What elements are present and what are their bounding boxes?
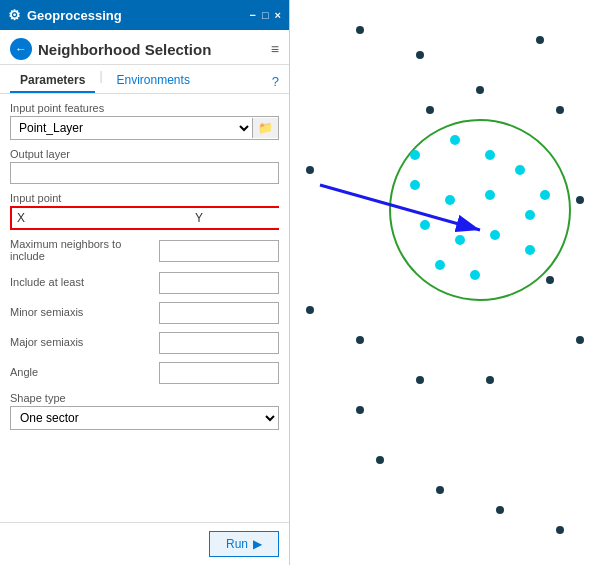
y-input[interactable]: -181959 [208, 208, 289, 228]
map-point [486, 376, 494, 384]
tabs-bar: Parameters | Environments ? [0, 65, 289, 94]
minor-semiaxis-input[interactable]: 50000 [159, 302, 279, 324]
titlebar-title: Geoprocessing [27, 8, 122, 23]
map-point [450, 135, 460, 145]
run-button[interactable]: Run ▶ [209, 531, 279, 557]
map-point [556, 106, 564, 114]
include-at-least-label: Include at least [10, 276, 84, 288]
include-at-least-input[interactable]: 5 [159, 272, 279, 294]
tab-environments[interactable]: Environments [107, 69, 200, 93]
tab-parameters[interactable]: Parameters [10, 69, 95, 93]
close-button[interactable]: × [275, 9, 281, 21]
map-point [410, 180, 420, 190]
map-point [576, 196, 584, 204]
map-point [306, 166, 314, 174]
map-point [525, 210, 535, 220]
map-point [356, 336, 364, 344]
map-point [470, 270, 480, 280]
map-point [436, 486, 444, 494]
shape-type-label: Shape type [10, 392, 279, 404]
major-semiaxis-label: Major semiaxis [10, 336, 83, 348]
neighborhood-circle [390, 120, 570, 300]
tab-divider: | [99, 69, 102, 93]
map-point [556, 526, 564, 534]
back-icon: ← [15, 42, 27, 56]
map-point [546, 276, 554, 284]
minor-semiaxis-row: Minor semiaxis 50000 [10, 302, 279, 324]
map-point [525, 245, 535, 255]
input-point-group: Input point X -1932698 Y -181959 [10, 192, 279, 230]
titlebar-controls: − □ × [249, 9, 281, 21]
add-layer-button[interactable]: 📁 [252, 118, 278, 138]
panel-header: ← Neighborhood Selection ≡ [0, 30, 289, 65]
shape-type-select[interactable]: One sector Two sectors Four sectors Circ… [10, 406, 279, 430]
geoprocessing-panel: ⚙ Geoprocessing − □ × ← Neighborhood Sel… [0, 0, 290, 565]
output-layer-input[interactable]: Neighborhood [10, 162, 279, 184]
map-point [416, 51, 424, 59]
map-point [576, 336, 584, 344]
input-point-label: Input point [10, 192, 279, 204]
panel-title: Neighborhood Selection [38, 41, 265, 58]
max-neighbors-row: Maximum neighbors to include 10 [10, 238, 279, 264]
run-label: Run [226, 537, 248, 551]
titlebar-left: ⚙ Geoprocessing [8, 7, 122, 23]
x-input[interactable]: -1932698 [30, 208, 190, 228]
max-neighbors-group: Maximum neighbors to include 10 [10, 238, 279, 264]
include-at-least-group: Include at least 5 [10, 272, 279, 294]
map-point [426, 106, 434, 114]
output-layer-group: Output layer Neighborhood [10, 148, 279, 184]
major-semiaxis-input[interactable]: 50000 [159, 332, 279, 354]
restore-button[interactable]: □ [262, 9, 269, 21]
input-features-label: Input point features [10, 102, 279, 114]
map-point [356, 26, 364, 34]
input-features-group: Input point features Point_Layer 📁 [10, 102, 279, 140]
map-point [435, 260, 445, 270]
input-features-select[interactable]: Point_Layer [11, 117, 252, 139]
help-icon[interactable]: ? [272, 74, 279, 89]
angle-group: Angle 0 [10, 362, 279, 384]
output-layer-label: Output layer [10, 148, 279, 160]
coord-row: X -1932698 Y -181959 [10, 206, 279, 230]
map-point [490, 230, 500, 240]
angle-row: Angle 0 [10, 362, 279, 384]
map-point [420, 220, 430, 230]
back-button[interactable]: ← [10, 38, 32, 60]
selection-arrow [320, 185, 480, 230]
map-point [515, 165, 525, 175]
panel-footer: Run ▶ [0, 522, 289, 565]
map-point [485, 150, 495, 160]
panel-body: Input point features Point_Layer 📁 Outpu… [0, 94, 289, 522]
titlebar: ⚙ Geoprocessing − □ × [0, 0, 289, 30]
map-point [496, 506, 504, 514]
geoprocessing-icon: ⚙ [8, 7, 21, 23]
map-point [455, 235, 465, 245]
major-semiaxis-group: Major semiaxis 50000 [10, 332, 279, 354]
map-point [536, 36, 544, 44]
map-point [306, 306, 314, 314]
map-point [540, 190, 550, 200]
y-label: Y [190, 208, 208, 228]
max-neighbors-label: Maximum neighbors to include [10, 238, 159, 262]
map-point [485, 190, 495, 200]
input-features-input[interactable]: Point_Layer 📁 [10, 116, 279, 140]
include-at-least-row: Include at least 5 [10, 272, 279, 294]
minimize-button[interactable]: − [249, 9, 255, 21]
angle-label: Angle [10, 366, 38, 378]
angle-input[interactable]: 0 [159, 362, 279, 384]
menu-icon[interactable]: ≡ [271, 41, 279, 57]
shape-type-group: Shape type One sector Two sectors Four s… [10, 392, 279, 430]
map-point [410, 150, 420, 160]
map-point [376, 456, 384, 464]
tab-group: Parameters | Environments [10, 69, 200, 93]
map-point [356, 406, 364, 414]
max-neighbors-input[interactable]: 10 [159, 240, 279, 262]
minor-semiaxis-group: Minor semiaxis 50000 [10, 302, 279, 324]
run-icon: ▶ [253, 537, 262, 551]
map-point [476, 86, 484, 94]
minor-semiaxis-label: Minor semiaxis [10, 306, 83, 318]
map-canvas [290, 0, 595, 565]
major-semiaxis-row: Major semiaxis 50000 [10, 332, 279, 354]
map-point [445, 195, 455, 205]
map-area [290, 0, 595, 565]
x-label: X [12, 208, 30, 228]
